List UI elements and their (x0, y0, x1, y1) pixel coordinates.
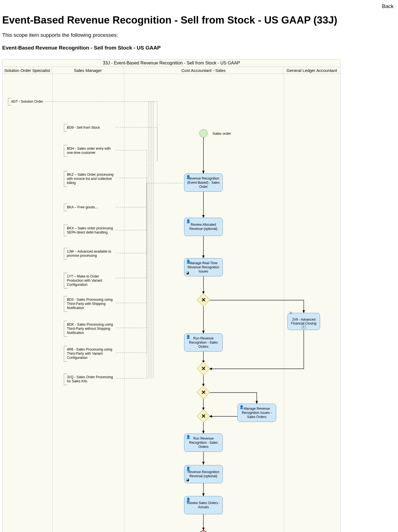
lane-header-cost-accountant-sales: Cost Accountant - Sales (124, 67, 283, 74)
user-icon: 👤 (186, 259, 190, 264)
user-icon: 👤 (186, 219, 190, 224)
ext-ref[interactable]: BKZ – Sales Order processing with invoic… (64, 172, 116, 185)
ext-ref[interactable]: 1JW – Advanced available to promise proc… (64, 249, 116, 258)
task-label: Manage Real-Time Revenue Recognition Iss… (186, 261, 221, 274)
user-icon: 👤 (186, 175, 190, 179)
ext-ref[interactable]: BDK - Sales Processing using Third-Party… (64, 322, 116, 335)
user-icon: 👤 (186, 435, 190, 439)
subprocess-advanced-financial-closing[interactable]: ⇲ 2V8 - Advanced Financial Closing + (287, 313, 320, 330)
flow-connectors (2, 74, 340, 532)
diagram-title: 33J - Event-Based Revenue Recognition - … (2, 59, 340, 67)
ext-ref[interactable]: 31Q - Sales Order Processing for Sales K… (64, 375, 116, 383)
user-icon: 👤 (186, 497, 190, 502)
ext-ref[interactable]: BD3 - Sales Processing using Third-Party… (64, 297, 116, 310)
intro-text: This scope item supports the following p… (2, 32, 396, 38)
task-label: Review Allocated Revenue (optional) (186, 223, 221, 231)
start-event[interactable] (199, 129, 208, 137)
task-label: Run Revenue Recognition - Sales Orders (186, 437, 221, 449)
marker-icon: ◪ (186, 478, 189, 482)
process-subheading: Event-Based Revenue Recognition - Sell f… (2, 45, 396, 51)
ext-ref[interactable]: BKX – Sales order processing SEPA direct… (64, 226, 116, 235)
user-icon: 👤 (186, 466, 190, 471)
bpmn-diagram: 33J - Event-Based Revenue Recognition - … (2, 59, 341, 532)
expand-icon[interactable]: + (302, 325, 306, 329)
ext-ref[interactable]: BD9 - Sell from Stock (64, 125, 116, 130)
lane-header-solution-order-specialist: Solution Order Specialist (2, 67, 52, 74)
task-label: Review Sales Orders - Actuals (186, 501, 221, 509)
ext-ref[interactable]: 4R6 - Sales Processing using Third-Party… (64, 347, 116, 360)
ext-ref[interactable]: BKA – Free goods... (64, 205, 116, 209)
page-title: Event-Based Revenue Recognition - Sell f… (2, 14, 396, 26)
subprocess-label: 2V8 - Advanced Financial Closing (289, 318, 319, 326)
marker-icon: ◪ (186, 271, 189, 275)
task-run-revenue-recognition-1[interactable]: 👤 Run Revenue Recognition - Sales Orders (184, 333, 223, 352)
start-event-label: Sales order (213, 131, 231, 136)
ext-ref[interactable]: BDH - Sales order entry with one-time cu… (64, 146, 116, 155)
link-icon: ⇲ (289, 310, 292, 315)
task-label: Revenue Recognition Reversal (optional) (186, 470, 221, 478)
ext-ref[interactable]: 4GT - Solution Order (8, 99, 47, 104)
lane-header-general-ledger-accountant: General Ledger Accountant (283, 67, 340, 74)
back-link[interactable]: Back (382, 3, 394, 9)
user-icon: 👤 (239, 405, 244, 409)
user-icon: 👤 (186, 335, 190, 339)
task-manage-realtime-issues[interactable]: 👤 ◪ Manage Real-Time Revenue Recognition… (184, 258, 223, 276)
task-revenue-recognition-reversal[interactable]: 👤 ◪ Revenue Recognition Reversal (option… (184, 465, 223, 483)
task-manage-revenue-recognition-issues[interactable]: 👤 Manage Revenue Recognition Issues - Sa… (237, 404, 276, 422)
task-label: Revenue Recognition (Event-Based) - Sale… (186, 177, 221, 189)
task-label: Run Revenue Recognition - Sales Orders (186, 336, 221, 349)
task-run-revenue-recognition-2[interactable]: 👤 Run Revenue Recognition - Sales Orders (184, 434, 223, 452)
ext-ref[interactable]: 1YT – Make to Order Production with Vari… (64, 274, 116, 287)
task-label: Manage Revenue Recognition Issues - Sale… (239, 407, 274, 419)
task-review-allocated-revenue[interactable]: 👤 Review Allocated Revenue (optional) (184, 218, 223, 236)
task-revenue-recognition-event-based[interactable]: 👤 Revenue Recognition (Event-Based) - Sa… (184, 173, 223, 192)
lane-header-sales-manager: Sales Manager (52, 67, 124, 74)
task-review-sales-orders-actuals[interactable]: 👤 Review Sales Orders - Actuals (184, 496, 223, 514)
